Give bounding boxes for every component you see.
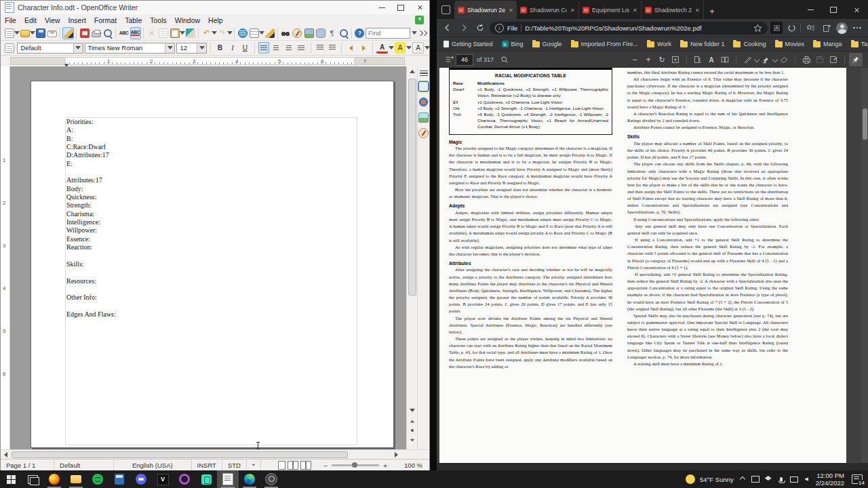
single-page-view-icon[interactable] [278, 461, 285, 470]
profile-avatar[interactable] [836, 22, 848, 34]
bookmark-folder-cooking[interactable]: Cooking [733, 41, 766, 47]
new-document-dropdown[interactable] [15, 27, 19, 39]
menu-window[interactable]: Window [171, 15, 204, 26]
find-replace-button[interactable] [280, 27, 291, 39]
writer-close-button[interactable] [410, 1, 429, 14]
bookmark-bing[interactable]: bBing [502, 41, 524, 47]
data-sources-button[interactable] [315, 27, 326, 39]
notification-center-icon[interactable]: 14 [852, 474, 863, 484]
formatting-marks-button[interactable]: ¶ [327, 27, 338, 39]
taskbar-opera[interactable] [174, 470, 195, 488]
book-view-icon[interactable] [300, 461, 311, 470]
pdf-rotate-icon[interactable]: ↻ [655, 53, 669, 66]
menu-table[interactable]: Table [121, 15, 146, 26]
status-selection-mode[interactable]: STD [222, 460, 247, 471]
font-size-combo[interactable]: 12 [176, 43, 207, 54]
status-insert-mode[interactable]: INSRT [192, 460, 222, 471]
print-icon[interactable] [800, 53, 813, 66]
tray-volume-icon[interactable] [803, 476, 811, 483]
zoom-in-icon[interactable]: + [383, 462, 387, 470]
read-aloud-icon[interactable]: A [705, 53, 718, 66]
underline-button[interactable]: U [239, 42, 250, 54]
find-dropdown[interactable] [412, 27, 416, 39]
pdf-contents-icon[interactable] [442, 53, 456, 66]
pdf-scrollbar[interactable] [861, 68, 868, 463]
address-bar[interactable]: i File D:/Table%20Top%20RPGs/Shadowrun/S… [490, 22, 768, 35]
view-layout-buttons[interactable] [272, 460, 318, 471]
scroll-right-button[interactable] [391, 450, 401, 460]
redo-dropdown[interactable] [228, 27, 232, 39]
bookmark-folder-google[interactable]: Google [532, 41, 562, 47]
menu-tools[interactable]: Tools [146, 15, 171, 26]
horizontal-scroll-thumb[interactable] [12, 451, 348, 458]
edge-close-button[interactable] [845, 1, 868, 19]
sidebar-gallery-tab[interactable] [418, 113, 429, 123]
task-view-button[interactable] [22, 470, 43, 488]
url-text[interactable]: D:/Table%20Top%20RPGs/Shadowrun/Shadowru… [525, 24, 750, 32]
clone-formatting-button[interactable] [185, 27, 196, 39]
tab-close-icon[interactable] [633, 8, 637, 12]
toolbar-overflow-chevrons[interactable] [418, 31, 427, 35]
sidebar-settings-icon[interactable] [420, 70, 428, 76]
pdf-page-view-icon[interactable] [691, 53, 705, 66]
writer-horizontal-scrollbar[interactable] [1, 449, 429, 460]
pdf-fit-page-icon[interactable] [669, 53, 682, 66]
paste-dropdown[interactable] [180, 27, 184, 39]
tab-close-icon[interactable] [695, 8, 699, 12]
favorites-button[interactable] [804, 21, 817, 35]
status-language[interactable]: English (USA) [114, 460, 192, 471]
tray-microphone-icon[interactable] [777, 476, 785, 483]
back-button[interactable] [441, 21, 454, 35]
taskbar-vortex[interactable]: V [152, 470, 174, 488]
zoom-out-icon[interactable]: − [323, 462, 328, 470]
scroll-down-button[interactable] [407, 405, 418, 415]
numbered-list-button[interactable] [315, 42, 326, 54]
new-document-button[interactable] [4, 27, 15, 39]
tab-shadowtech[interactable]: Shadowtech 2e.pdf [642, 1, 704, 19]
open-dropdown[interactable] [31, 27, 35, 39]
extension-icon-1[interactable] [770, 22, 783, 34]
tray-overflow-chevron[interactable] [739, 476, 745, 482]
tab-close-icon[interactable] [509, 8, 513, 12]
extension-icon-2[interactable] [785, 22, 797, 34]
status-zoom-percent[interactable]: 100 % [393, 460, 429, 471]
taskbar-edge[interactable] [239, 470, 260, 488]
autospellcheck-toggle[interactable]: ABC [130, 27, 141, 39]
tray-display-icon[interactable] [751, 476, 760, 483]
help-button[interactable]: ? [354, 27, 365, 39]
collections-button[interactable] [820, 21, 833, 35]
print-button[interactable] [91, 27, 102, 39]
sidebar-properties-tab[interactable] [418, 81, 429, 92]
tab-equipment-list[interactable]: Equipment List 2e.p [579, 1, 642, 19]
two-page-view-icon[interactable] [718, 53, 732, 66]
forward-button[interactable] [457, 21, 471, 35]
bookmark-folder-imported[interactable]: Imported From Fire... [571, 41, 639, 47]
highlighting-dropdown[interactable] [407, 42, 411, 54]
status-page-style[interactable]: Default [54, 460, 114, 471]
email-button[interactable] [47, 27, 58, 39]
page-preview-button[interactable] [102, 27, 113, 39]
document-text[interactable]: Priorities: A: B: C:Race:Dwarf D:Attribu… [66, 118, 354, 319]
pdf-zoom-in-icon[interactable]: + [642, 53, 655, 66]
zoom-slider[interactable] [332, 464, 379, 466]
paste-button[interactable] [170, 27, 180, 39]
bookmark-getting-started[interactable]: Getting Started [443, 41, 493, 47]
pdf-search-icon[interactable] [498, 53, 511, 66]
next-page-button[interactable] [407, 435, 418, 445]
align-left-button[interactable] [258, 42, 270, 54]
writer-vertical-scrollbar[interactable] [406, 66, 418, 449]
align-right-button[interactable] [283, 42, 294, 54]
decrease-indent-button[interactable] [345, 42, 356, 54]
sidebar-page-tab[interactable] [418, 97, 429, 107]
gallery-button[interactable] [304, 27, 315, 39]
navigator-button[interactable] [292, 27, 302, 39]
font-color-dropdown[interactable] [389, 42, 393, 54]
increase-indent-button[interactable] [358, 42, 369, 54]
taskbar-calculator[interactable] [108, 470, 130, 488]
menu-format[interactable]: Format [90, 15, 121, 26]
highlight-icon[interactable] [759, 53, 772, 66]
start-button[interactable] [0, 470, 22, 488]
pdf-zoom-out-icon[interactable]: − [628, 53, 642, 66]
edge-maximize-button[interactable] [822, 1, 845, 19]
tray-network-icon[interactable] [790, 476, 798, 483]
